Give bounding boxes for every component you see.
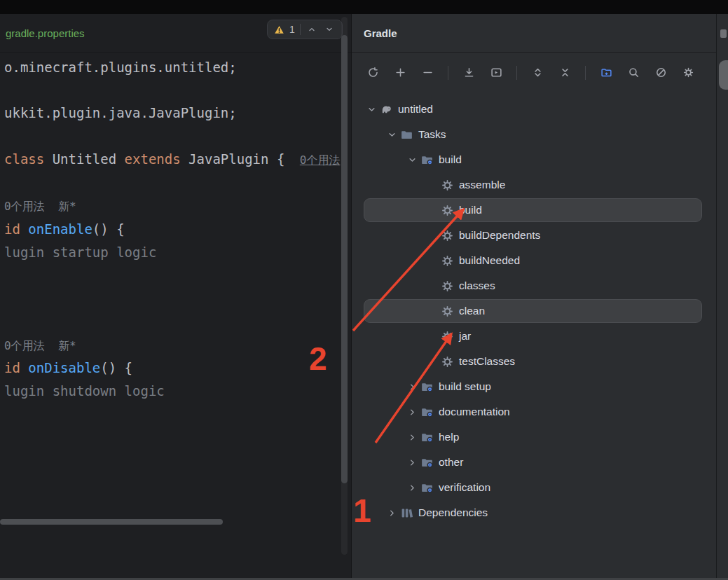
code-line: lugin startup logic [4, 241, 156, 264]
folder-icon [400, 128, 413, 141]
chevron-right-icon[interactable] [404, 479, 420, 496]
download-sources-button[interactable] [459, 63, 479, 83]
code-token-inlay[interactable]: 0个用法 新* [4, 200, 76, 213]
tree-item-assemble[interactable]: assemble [352, 172, 716, 198]
editor-vertical-scrollbar[interactable] [341, 17, 348, 555]
chevron-spacer [424, 227, 441, 244]
code-token-plain: o.minecraft.plugins.untitled; [4, 60, 237, 75]
previous-problem-button[interactable] [305, 23, 318, 36]
chevron-down-icon[interactable] [404, 151, 420, 168]
tree-item-testclasses[interactable]: testClasses [352, 349, 716, 374]
tree-item-label: assemble [459, 179, 505, 191]
search-button[interactable] [624, 63, 643, 83]
chevron-right-icon[interactable] [404, 403, 420, 420]
code-token-plain: () { [92, 221, 125, 237]
detach-project-button[interactable] [418, 63, 437, 83]
library-icon [400, 506, 413, 520]
sync-gradle-button[interactable] [363, 63, 383, 83]
minus-icon [422, 67, 434, 78]
tree-item-verification[interactable]: verification [352, 475, 716, 500]
gradle-settings-button[interactable] [678, 63, 698, 83]
download-icon [463, 67, 475, 78]
tree-item-build[interactable]: build [352, 147, 716, 172]
gear-icon [441, 254, 454, 268]
gradle-icon [380, 103, 393, 116]
execute-task-button[interactable] [486, 63, 506, 83]
tree-item-help[interactable]: help [352, 424, 716, 450]
tree-item-label: classes [459, 279, 495, 292]
select-opened-file-button[interactable] [596, 63, 616, 83]
widget-separator [300, 24, 301, 35]
chevron-down-icon[interactable] [363, 101, 380, 118]
gradle-panel-title: Gradle [364, 27, 397, 39]
code-token-inlay[interactable]: 0个用法 新* [4, 339, 76, 352]
tree-item-label: verification [439, 481, 490, 494]
chevron-right-icon[interactable] [383, 504, 400, 521]
chevron-down-icon[interactable] [383, 126, 400, 143]
tree-item-builddependents[interactable]: buildDependents [352, 223, 716, 248]
tree-item-tasks[interactable]: Tasks [352, 122, 716, 147]
offline-mode-button[interactable] [651, 63, 671, 83]
attach-project-button[interactable] [390, 63, 410, 83]
gear-icon [441, 204, 454, 217]
collapse-all-icon [559, 67, 571, 78]
tree-item-label: untitled [398, 103, 433, 116]
chevron-up-icon [307, 25, 317, 34]
chevron-right-icon[interactable] [404, 429, 420, 446]
chevron-spacer [424, 303, 441, 319]
gear-icon [441, 355, 454, 368]
chevron-right-icon[interactable] [404, 454, 420, 471]
code-area[interactable]: o.minecraft.plugins.untitled;ukkit.plugi… [0, 53, 351, 580]
warning-count: 1 [289, 24, 295, 35]
code-token-inlay-link[interactable]: 0个用法 [300, 153, 341, 167]
gear-icon [441, 330, 454, 343]
tree-item-label: documentation [439, 406, 510, 418]
tree-item-untitled[interactable]: untitled [352, 97, 716, 122]
chevron-spacer [424, 252, 441, 269]
chevron-spacer [424, 328, 441, 345]
code-token-method: onDisable [28, 360, 100, 375]
vertical-scrollbar-thumb[interactable] [341, 35, 348, 483]
gear-icon [441, 305, 454, 318]
tree-item-classes[interactable]: classes [352, 273, 716, 298]
code-token-keyword: class [4, 151, 44, 167]
tree-item-clean[interactable]: clean [352, 298, 716, 324]
tree-item-jar[interactable]: jar [352, 324, 716, 349]
chevron-right-icon[interactable] [404, 378, 420, 395]
collapse-all-button[interactable] [555, 63, 575, 83]
folder-gear-icon [420, 380, 434, 394]
code-line: o.minecraft.plugins.untitled; [4, 56, 237, 79]
folder-gear-icon [420, 406, 434, 419]
tree-item-buildneeded[interactable]: buildNeeded [352, 248, 716, 273]
active-tool-window-button[interactable] [719, 60, 728, 90]
tree-item-documentation[interactable]: documentation [352, 399, 716, 424]
tree-item-build-setup[interactable]: build setup [352, 374, 716, 399]
warning-icon [274, 25, 284, 35]
tree-item-label: buildDependents [459, 229, 540, 242]
folder-gear-icon [420, 153, 434, 167]
code-line: 0个用法 新* [4, 333, 76, 357]
tree-item-label: other [439, 456, 463, 469]
ide-window: gradle.properties o.minecraft.plugins.un… [0, 0, 728, 580]
tree-item-dependencies[interactable]: Dependencies [352, 500, 716, 525]
tree-item-label: build setup [439, 380, 491, 393]
inspections-widget[interactable]: 1 [267, 20, 343, 39]
folder-gear-icon [420, 481, 434, 495]
chevron-down-icon [324, 25, 334, 34]
code-line: 0个用法 新* [4, 194, 76, 217]
tree-item-label: Dependencies [418, 506, 488, 519]
editor-horizontal-scrollbar-thumb[interactable] [0, 519, 223, 525]
tree-item-build[interactable]: build [352, 198, 716, 223]
folder-gear-icon [420, 431, 434, 444]
toolbar-separator [585, 66, 586, 80]
code-line: id onDisable() { [4, 357, 132, 380]
code-token-method: onEnable [28, 221, 92, 237]
code-line: class Untitled extends JavaPlugin { 0个用法 [4, 148, 340, 171]
expand-all-button[interactable] [528, 63, 547, 83]
next-problem-button[interactable] [323, 23, 336, 36]
tree-item-other[interactable]: other [352, 450, 716, 475]
tab-gradle-properties[interactable]: gradle.properties [6, 27, 85, 39]
stripe-icon[interactable] [720, 29, 727, 38]
code-token-comment: lugin shutdown logic [4, 383, 165, 399]
chevron-spacer [424, 277, 441, 294]
